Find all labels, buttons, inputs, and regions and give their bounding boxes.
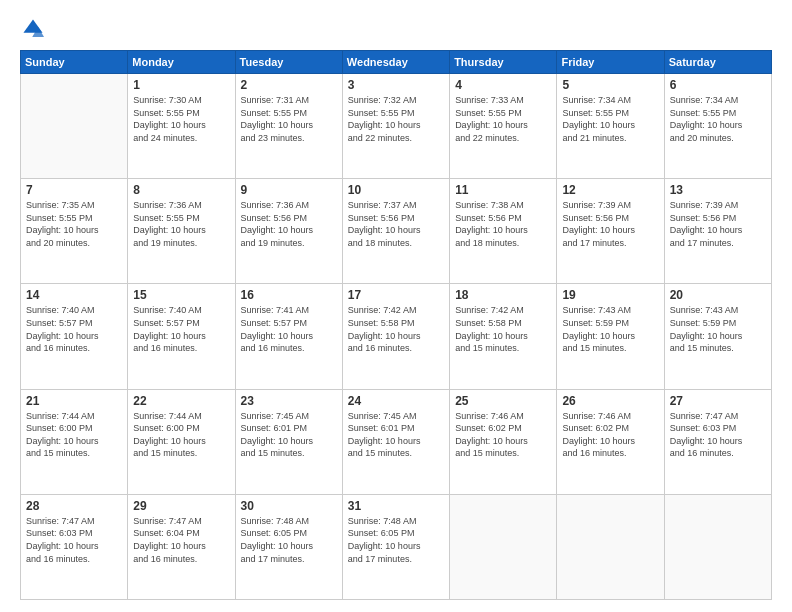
calendar-table: SundayMondayTuesdayWednesdayThursdayFrid…: [20, 50, 772, 600]
calendar-cell: 9Sunrise: 7:36 AM Sunset: 5:56 PM Daylig…: [235, 179, 342, 284]
day-number: 9: [241, 183, 337, 197]
weekday-header: Friday: [557, 51, 664, 74]
calendar-cell: 1Sunrise: 7:30 AM Sunset: 5:55 PM Daylig…: [128, 74, 235, 179]
calendar-cell: 13Sunrise: 7:39 AM Sunset: 5:56 PM Dayli…: [664, 179, 771, 284]
day-number: 20: [670, 288, 766, 302]
calendar-cell: 19Sunrise: 7:43 AM Sunset: 5:59 PM Dayli…: [557, 284, 664, 389]
page: SundayMondayTuesdayWednesdayThursdayFrid…: [0, 0, 792, 612]
calendar-cell: 5Sunrise: 7:34 AM Sunset: 5:55 PM Daylig…: [557, 74, 664, 179]
day-info: Sunrise: 7:38 AM Sunset: 5:56 PM Dayligh…: [455, 199, 551, 249]
day-info: Sunrise: 7:45 AM Sunset: 6:01 PM Dayligh…: [241, 410, 337, 460]
day-number: 25: [455, 394, 551, 408]
calendar-week-row: 14Sunrise: 7:40 AM Sunset: 5:57 PM Dayli…: [21, 284, 772, 389]
weekday-header: Thursday: [450, 51, 557, 74]
day-number: 19: [562, 288, 658, 302]
calendar-cell: 14Sunrise: 7:40 AM Sunset: 5:57 PM Dayli…: [21, 284, 128, 389]
day-info: Sunrise: 7:31 AM Sunset: 5:55 PM Dayligh…: [241, 94, 337, 144]
weekday-header: Sunday: [21, 51, 128, 74]
calendar-header-row: SundayMondayTuesdayWednesdayThursdayFrid…: [21, 51, 772, 74]
weekday-header: Tuesday: [235, 51, 342, 74]
calendar-cell: 10Sunrise: 7:37 AM Sunset: 5:56 PM Dayli…: [342, 179, 449, 284]
day-info: Sunrise: 7:37 AM Sunset: 5:56 PM Dayligh…: [348, 199, 444, 249]
day-number: 12: [562, 183, 658, 197]
day-number: 13: [670, 183, 766, 197]
calendar-cell: 2Sunrise: 7:31 AM Sunset: 5:55 PM Daylig…: [235, 74, 342, 179]
day-number: 31: [348, 499, 444, 513]
day-number: 6: [670, 78, 766, 92]
day-number: 18: [455, 288, 551, 302]
day-info: Sunrise: 7:36 AM Sunset: 5:55 PM Dayligh…: [133, 199, 229, 249]
day-number: 24: [348, 394, 444, 408]
calendar-cell: 22Sunrise: 7:44 AM Sunset: 6:00 PM Dayli…: [128, 389, 235, 494]
day-number: 4: [455, 78, 551, 92]
calendar-cell: 31Sunrise: 7:48 AM Sunset: 6:05 PM Dayli…: [342, 494, 449, 599]
day-info: Sunrise: 7:30 AM Sunset: 5:55 PM Dayligh…: [133, 94, 229, 144]
calendar-cell: [664, 494, 771, 599]
calendar-cell: 28Sunrise: 7:47 AM Sunset: 6:03 PM Dayli…: [21, 494, 128, 599]
day-info: Sunrise: 7:48 AM Sunset: 6:05 PM Dayligh…: [241, 515, 337, 565]
calendar-cell: 23Sunrise: 7:45 AM Sunset: 6:01 PM Dayli…: [235, 389, 342, 494]
day-info: Sunrise: 7:39 AM Sunset: 5:56 PM Dayligh…: [562, 199, 658, 249]
calendar-cell: 11Sunrise: 7:38 AM Sunset: 5:56 PM Dayli…: [450, 179, 557, 284]
day-info: Sunrise: 7:40 AM Sunset: 5:57 PM Dayligh…: [133, 304, 229, 354]
day-number: 15: [133, 288, 229, 302]
day-info: Sunrise: 7:42 AM Sunset: 5:58 PM Dayligh…: [455, 304, 551, 354]
day-info: Sunrise: 7:43 AM Sunset: 5:59 PM Dayligh…: [562, 304, 658, 354]
day-number: 22: [133, 394, 229, 408]
calendar-week-row: 28Sunrise: 7:47 AM Sunset: 6:03 PM Dayli…: [21, 494, 772, 599]
day-info: Sunrise: 7:44 AM Sunset: 6:00 PM Dayligh…: [133, 410, 229, 460]
day-info: Sunrise: 7:32 AM Sunset: 5:55 PM Dayligh…: [348, 94, 444, 144]
calendar-week-row: 1Sunrise: 7:30 AM Sunset: 5:55 PM Daylig…: [21, 74, 772, 179]
day-number: 16: [241, 288, 337, 302]
day-info: Sunrise: 7:33 AM Sunset: 5:55 PM Dayligh…: [455, 94, 551, 144]
day-info: Sunrise: 7:36 AM Sunset: 5:56 PM Dayligh…: [241, 199, 337, 249]
weekday-header: Saturday: [664, 51, 771, 74]
day-info: Sunrise: 7:47 AM Sunset: 6:04 PM Dayligh…: [133, 515, 229, 565]
day-info: Sunrise: 7:41 AM Sunset: 5:57 PM Dayligh…: [241, 304, 337, 354]
day-number: 27: [670, 394, 766, 408]
day-info: Sunrise: 7:43 AM Sunset: 5:59 PM Dayligh…: [670, 304, 766, 354]
day-number: 5: [562, 78, 658, 92]
calendar-cell: 4Sunrise: 7:33 AM Sunset: 5:55 PM Daylig…: [450, 74, 557, 179]
logo: [20, 18, 46, 40]
day-number: 11: [455, 183, 551, 197]
day-info: Sunrise: 7:39 AM Sunset: 5:56 PM Dayligh…: [670, 199, 766, 249]
calendar-cell: 3Sunrise: 7:32 AM Sunset: 5:55 PM Daylig…: [342, 74, 449, 179]
day-info: Sunrise: 7:45 AM Sunset: 6:01 PM Dayligh…: [348, 410, 444, 460]
calendar-cell: 24Sunrise: 7:45 AM Sunset: 6:01 PM Dayli…: [342, 389, 449, 494]
day-info: Sunrise: 7:40 AM Sunset: 5:57 PM Dayligh…: [26, 304, 122, 354]
day-info: Sunrise: 7:35 AM Sunset: 5:55 PM Dayligh…: [26, 199, 122, 249]
day-info: Sunrise: 7:44 AM Sunset: 6:00 PM Dayligh…: [26, 410, 122, 460]
day-info: Sunrise: 7:46 AM Sunset: 6:02 PM Dayligh…: [562, 410, 658, 460]
calendar-cell: 29Sunrise: 7:47 AM Sunset: 6:04 PM Dayli…: [128, 494, 235, 599]
calendar-cell: [450, 494, 557, 599]
calendar-cell: 15Sunrise: 7:40 AM Sunset: 5:57 PM Dayli…: [128, 284, 235, 389]
calendar-cell: 25Sunrise: 7:46 AM Sunset: 6:02 PM Dayli…: [450, 389, 557, 494]
calendar-cell: 21Sunrise: 7:44 AM Sunset: 6:00 PM Dayli…: [21, 389, 128, 494]
day-number: 30: [241, 499, 337, 513]
calendar-cell: [557, 494, 664, 599]
calendar-cell: 26Sunrise: 7:46 AM Sunset: 6:02 PM Dayli…: [557, 389, 664, 494]
day-number: 2: [241, 78, 337, 92]
calendar-cell: [21, 74, 128, 179]
day-number: 1: [133, 78, 229, 92]
calendar-cell: 20Sunrise: 7:43 AM Sunset: 5:59 PM Dayli…: [664, 284, 771, 389]
day-number: 3: [348, 78, 444, 92]
calendar-cell: 30Sunrise: 7:48 AM Sunset: 6:05 PM Dayli…: [235, 494, 342, 599]
calendar-cell: 17Sunrise: 7:42 AM Sunset: 5:58 PM Dayli…: [342, 284, 449, 389]
header: [20, 18, 772, 40]
logo-icon: [22, 18, 44, 40]
day-info: Sunrise: 7:42 AM Sunset: 5:58 PM Dayligh…: [348, 304, 444, 354]
day-info: Sunrise: 7:46 AM Sunset: 6:02 PM Dayligh…: [455, 410, 551, 460]
calendar-week-row: 21Sunrise: 7:44 AM Sunset: 6:00 PM Dayli…: [21, 389, 772, 494]
day-info: Sunrise: 7:47 AM Sunset: 6:03 PM Dayligh…: [670, 410, 766, 460]
day-number: 10: [348, 183, 444, 197]
weekday-header: Monday: [128, 51, 235, 74]
day-number: 7: [26, 183, 122, 197]
day-number: 26: [562, 394, 658, 408]
weekday-header: Wednesday: [342, 51, 449, 74]
day-info: Sunrise: 7:34 AM Sunset: 5:55 PM Dayligh…: [670, 94, 766, 144]
day-number: 17: [348, 288, 444, 302]
calendar-cell: 7Sunrise: 7:35 AM Sunset: 5:55 PM Daylig…: [21, 179, 128, 284]
day-info: Sunrise: 7:47 AM Sunset: 6:03 PM Dayligh…: [26, 515, 122, 565]
